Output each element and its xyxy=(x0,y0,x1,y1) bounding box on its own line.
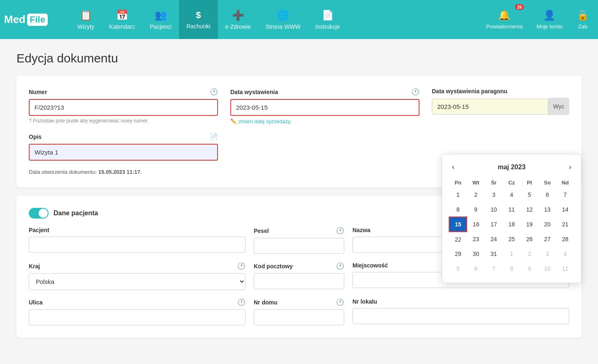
nav-label-strona-www: Strona WWW xyxy=(266,23,301,30)
zab-button[interactable]: 🔒 Zab xyxy=(572,0,594,39)
change-sale-date-link[interactable]: ✏️ zmień datę sprzedaży. xyxy=(230,118,420,124)
cal-day[interactable]: 12 xyxy=(521,202,538,217)
nav-item-ezdrowie[interactable]: ➕ e-Zdrowie xyxy=(218,0,258,39)
cal-day[interactable]: 31 xyxy=(485,247,503,261)
cal-day-other[interactable]: 11 xyxy=(556,261,575,276)
numer-input[interactable] xyxy=(29,99,218,116)
cal-day-other[interactable]: 6 xyxy=(467,261,484,276)
nr-domu-group: Nr domu 🕐 xyxy=(254,298,344,325)
cal-day[interactable]: 10 xyxy=(485,202,503,217)
cal-day[interactable]: 14 xyxy=(556,202,575,217)
cal-week-3: 15 16 17 18 19 20 21 xyxy=(449,217,574,232)
cal-day[interactable]: 6 xyxy=(538,187,556,202)
kod-pocztowy-input[interactable] xyxy=(254,273,344,289)
header-right: 🔔 Powiadomienia 26 👤 Moje konto 🔒 Zab xyxy=(481,0,594,39)
cal-day[interactable]: 13 xyxy=(538,202,556,217)
patient-toggle[interactable] xyxy=(29,208,49,219)
nav-item-strona-www[interactable]: 🌐 Strona WWW xyxy=(258,0,308,39)
cal-day[interactable]: 19 xyxy=(521,217,538,232)
pesel-group: Pesel 🕐 xyxy=(254,227,344,254)
cal-day[interactable]: 16 xyxy=(467,217,484,232)
cal-day-other[interactable]: 1 xyxy=(503,247,520,261)
calendar-next-button[interactable]: › xyxy=(566,161,575,173)
cal-day[interactable]: 9 xyxy=(467,202,484,217)
pacjent-label: Pacjent xyxy=(29,227,246,233)
data-paragonu-input[interactable] xyxy=(432,99,548,115)
user-icon: 👤 xyxy=(543,9,556,21)
pesel-input[interactable] xyxy=(254,238,344,254)
cal-day-other[interactable]: 10 xyxy=(538,261,556,276)
wychodzi-button[interactable]: Wyc xyxy=(548,98,569,115)
lock-icon: 🔒 xyxy=(577,9,589,21)
nr-domu-input[interactable] xyxy=(254,309,344,325)
weekday-nd: Nd xyxy=(556,178,575,187)
cal-day[interactable]: 24 xyxy=(485,232,503,247)
cal-day[interactable]: 22 xyxy=(449,232,467,247)
cal-day[interactable]: 18 xyxy=(503,217,520,232)
cal-day-other[interactable]: 3 xyxy=(538,247,556,261)
cal-day[interactable]: 27 xyxy=(538,232,556,247)
cal-day[interactable]: 29 xyxy=(449,247,467,261)
cal-day[interactable]: 8 xyxy=(449,202,467,217)
nr-lokalu-input[interactable] xyxy=(352,308,569,324)
patient-row-3: Ulica 🕐 Nr domu 🕐 Nr lokalu xyxy=(29,298,569,325)
cal-day-other[interactable]: 7 xyxy=(485,261,503,276)
moje-konto-button[interactable]: 👤 Moje konto xyxy=(531,0,568,39)
cal-day[interactable]: 30 xyxy=(467,247,484,261)
kraj-clock-icon: 🕐 xyxy=(237,262,246,270)
cal-day[interactable]: 17 xyxy=(485,217,503,232)
cal-day-other[interactable]: 9 xyxy=(521,261,538,276)
powiadomienia-button[interactable]: 🔔 Powiadomienia 26 xyxy=(481,0,527,39)
ulica-label: Ulica 🕐 xyxy=(29,298,246,306)
cal-day[interactable]: 23 xyxy=(467,232,484,247)
cal-day[interactable]: 21 xyxy=(556,217,575,232)
nav-label-instrukcje: Instrukcje xyxy=(315,23,340,30)
opis-input[interactable] xyxy=(29,144,218,161)
cal-day[interactable]: 7 xyxy=(556,187,575,202)
data-paragonu-label: Data wystawienia paragonu xyxy=(432,88,569,94)
cal-day-other[interactable]: 5 xyxy=(449,261,467,276)
cal-week-4: 22 23 24 25 26 27 28 xyxy=(449,232,574,247)
weekday-so: So xyxy=(538,178,556,187)
pacjent-input[interactable] xyxy=(29,237,246,253)
calendar-prev-button[interactable]: ‹ xyxy=(449,161,458,173)
cal-day[interactable]: 4 xyxy=(503,187,520,202)
ulica-group: Ulica 🕐 xyxy=(29,298,246,325)
ulica-input[interactable] xyxy=(29,309,246,325)
nav-item-rachunki[interactable]: $ Rachunki xyxy=(179,0,218,39)
cal-day[interactable]: 20 xyxy=(538,217,556,232)
cal-day-other[interactable]: 2 xyxy=(521,247,538,261)
nav-item-instrukcje[interactable]: 📄 Instrukcje xyxy=(308,0,348,39)
cal-week-2: 8 9 10 11 12 13 14 xyxy=(449,202,574,217)
pacjent-group: Pacjent xyxy=(29,227,246,254)
kraj-select[interactable]: Polska xyxy=(29,273,246,290)
cal-day[interactable]: 1 xyxy=(449,187,467,202)
nav-item-pacjenci[interactable]: 👥 Pacjenci xyxy=(142,0,179,39)
numer-label: Numer 🕐 xyxy=(29,88,218,96)
cal-week-5: 29 30 31 1 2 3 4 xyxy=(449,247,574,261)
nav-item-wizyty[interactable]: 📋 Wizyty xyxy=(70,0,102,39)
cal-day[interactable]: 3 xyxy=(485,187,503,202)
cal-day[interactable]: 25 xyxy=(503,232,520,247)
kod-pocztowy-group: Kod pocztowy 🕐 xyxy=(254,262,344,290)
cal-day-selected[interactable]: 15 xyxy=(449,217,467,232)
data-paragonu-row: Wyc xyxy=(432,98,569,115)
cal-day[interactable]: 26 xyxy=(521,232,538,247)
calendar-header: ‹ maj 2023 › xyxy=(449,161,575,173)
cal-day[interactable]: 2 xyxy=(467,187,484,202)
cal-day-other[interactable]: 4 xyxy=(556,247,575,261)
data-paragonu-group: Data wystawienia paragonu Wyc xyxy=(432,88,569,115)
ezdrowie-icon: ➕ xyxy=(232,9,244,21)
nav-item-kalendarz[interactable]: 📅 Kalendarz xyxy=(102,0,142,39)
moje-konto-label: Moje konto xyxy=(536,23,563,30)
logo[interactable]: Med File xyxy=(4,13,62,26)
ulica-clock-icon: 🕐 xyxy=(237,298,246,306)
kod-pocztowy-clock-icon: 🕐 xyxy=(336,262,344,270)
cal-day[interactable]: 5 xyxy=(521,187,538,202)
pesel-clock-icon: 🕐 xyxy=(336,227,344,235)
cal-day[interactable]: 28 xyxy=(556,232,575,247)
data-wystawienia-input[interactable] xyxy=(230,99,420,116)
cal-day-other[interactable]: 8 xyxy=(503,261,520,276)
cal-day[interactable]: 11 xyxy=(503,202,520,217)
strona-www-icon: 🌐 xyxy=(277,9,289,21)
